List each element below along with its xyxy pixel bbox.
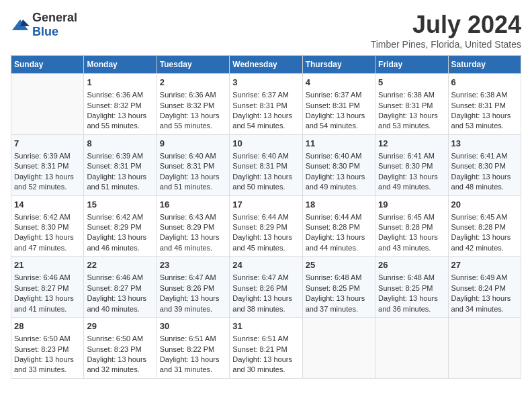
calendar-cell: 20Sunrise: 6:45 AMSunset: 8:28 PMDayligh… — [448, 195, 521, 257]
calendar-cell: 27Sunrise: 6:49 AMSunset: 8:24 PMDayligh… — [448, 257, 521, 318]
sunrise: Sunrise: 6:44 AM — [232, 213, 289, 221]
daylight: Daylight: 13 hours and 33 minutes. — [14, 355, 74, 373]
day-number: 26 — [378, 259, 445, 271]
calendar-cell — [11, 74, 84, 135]
header-day-friday: Friday — [375, 56, 448, 74]
sunset: Sunset: 8:24 PM — [451, 284, 506, 292]
calendar-cell: 31Sunrise: 6:51 AMSunset: 8:21 PMDayligh… — [230, 318, 302, 379]
daylight: Daylight: 13 hours and 41 minutes. — [14, 294, 74, 312]
sunset: Sunset: 8:28 PM — [451, 223, 506, 231]
daylight: Daylight: 13 hours and 55 minutes. — [160, 111, 220, 130]
daylight: Daylight: 13 hours and 48 minutes. — [451, 173, 511, 191]
svg-marker-1 — [20, 19, 30, 26]
day-number: 9 — [160, 138, 226, 150]
daylight: Daylight: 13 hours and 49 minutes. — [378, 173, 438, 191]
sunset: Sunset: 8:25 PM — [306, 284, 360, 292]
sunset: Sunset: 8:31 PM — [378, 101, 433, 109]
calendar-cell: 26Sunrise: 6:48 AMSunset: 8:25 PMDayligh… — [375, 257, 448, 318]
day-number: 18 — [306, 199, 372, 211]
day-number: 1 — [87, 77, 153, 89]
daylight: Daylight: 13 hours and 54 minutes. — [232, 111, 292, 130]
calendar-cell: 19Sunrise: 6:45 AMSunset: 8:28 PMDayligh… — [375, 195, 448, 257]
day-number: 15 — [87, 199, 153, 211]
calendar-cell: 3Sunrise: 6:37 AMSunset: 8:31 PMDaylight… — [230, 74, 302, 135]
header-day-monday: Monday — [84, 56, 157, 74]
main-title: July 2024 — [371, 11, 521, 39]
sunset: Sunset: 8:27 PM — [14, 284, 69, 292]
sunrise: Sunrise: 6:46 AM — [87, 273, 143, 281]
calendar-cell: 9Sunrise: 6:40 AMSunset: 8:31 PMDaylight… — [157, 134, 229, 195]
calendar-cell: 30Sunrise: 6:51 AMSunset: 8:22 PMDayligh… — [157, 318, 229, 379]
daylight: Daylight: 13 hours and 52 minutes. — [14, 173, 74, 191]
sunset: Sunset: 8:28 PM — [306, 223, 360, 231]
calendar-cell: 25Sunrise: 6:48 AMSunset: 8:25 PMDayligh… — [302, 257, 375, 318]
sunrise: Sunrise: 6:36 AM — [160, 91, 216, 99]
sunset: Sunset: 8:29 PM — [232, 223, 287, 231]
logo-text: General Blue — [32, 11, 77, 39]
calendar-cell: 24Sunrise: 6:47 AMSunset: 8:26 PMDayligh… — [230, 257, 302, 318]
calendar-cell: 18Sunrise: 6:44 AMSunset: 8:28 PMDayligh… — [302, 195, 375, 257]
sunset: Sunset: 8:31 PM — [14, 162, 69, 170]
sunset: Sunset: 8:21 PM — [232, 345, 287, 353]
sunrise: Sunrise: 6:51 AM — [160, 334, 216, 342]
calendar-cell — [302, 318, 375, 379]
sunset: Sunset: 8:29 PM — [160, 223, 214, 231]
sunrise: Sunrise: 6:38 AM — [451, 91, 508, 99]
daylight: Daylight: 13 hours and 38 minutes. — [232, 294, 292, 312]
daylight: Daylight: 13 hours and 53 minutes. — [378, 111, 438, 130]
sunrise: Sunrise: 6:37 AM — [306, 91, 362, 99]
daylight: Daylight: 13 hours and 47 minutes. — [14, 233, 74, 251]
sunset: Sunset: 8:31 PM — [160, 162, 214, 170]
daylight: Daylight: 13 hours and 46 minutes. — [87, 233, 146, 251]
day-number: 5 — [378, 77, 445, 89]
day-number: 8 — [87, 138, 153, 150]
daylight: Daylight: 13 hours and 32 minutes. — [87, 355, 146, 373]
day-number: 3 — [232, 77, 299, 89]
day-number: 24 — [232, 259, 299, 271]
sunset: Sunset: 8:26 PM — [232, 284, 287, 292]
daylight: Daylight: 13 hours and 36 minutes. — [378, 294, 438, 312]
sunrise: Sunrise: 6:38 AM — [378, 91, 435, 99]
day-number: 21 — [14, 259, 81, 271]
daylight: Daylight: 13 hours and 40 minutes. — [87, 294, 146, 312]
sunset: Sunset: 8:32 PM — [87, 101, 141, 109]
sunset: Sunset: 8:29 PM — [87, 223, 141, 231]
day-number: 6 — [451, 77, 518, 89]
sunset: Sunset: 8:32 PM — [160, 101, 214, 109]
day-number: 25 — [306, 259, 372, 271]
day-number: 10 — [232, 138, 299, 150]
sunrise: Sunrise: 6:45 AM — [451, 213, 508, 221]
sunrise: Sunrise: 6:40 AM — [232, 152, 289, 160]
sunset: Sunset: 8:30 PM — [306, 162, 360, 170]
sunrise: Sunrise: 6:51 AM — [232, 334, 289, 342]
calendar-cell: 15Sunrise: 6:42 AMSunset: 8:29 PMDayligh… — [84, 195, 157, 257]
sunrise: Sunrise: 6:39 AM — [14, 152, 71, 160]
daylight: Daylight: 13 hours and 39 minutes. — [160, 294, 220, 312]
calendar-cell: 21Sunrise: 6:46 AMSunset: 8:27 PMDayligh… — [11, 257, 84, 318]
day-number: 14 — [14, 199, 81, 211]
header-day-saturday: Saturday — [448, 56, 521, 74]
sunset: Sunset: 8:31 PM — [87, 162, 141, 170]
header-day-thursday: Thursday — [302, 56, 375, 74]
daylight: Daylight: 13 hours and 49 minutes. — [306, 173, 365, 191]
day-number: 2 — [160, 77, 226, 89]
sunrise: Sunrise: 6:43 AM — [160, 213, 216, 221]
daylight: Daylight: 13 hours and 46 minutes. — [160, 233, 220, 251]
calendar-cell: 22Sunrise: 6:46 AMSunset: 8:27 PMDayligh… — [84, 257, 157, 318]
day-number: 16 — [160, 199, 226, 211]
sunset: Sunset: 8:23 PM — [87, 345, 141, 353]
day-number: 11 — [306, 138, 372, 150]
sunset: Sunset: 8:28 PM — [378, 223, 433, 231]
logo-icon — [11, 18, 30, 32]
sunrise: Sunrise: 6:47 AM — [232, 273, 289, 281]
day-number: 27 — [451, 259, 518, 271]
sunrise: Sunrise: 6:45 AM — [378, 213, 435, 221]
calendar-cell: 2Sunrise: 6:36 AMSunset: 8:32 PMDaylight… — [157, 74, 229, 135]
logo-blue: Blue — [32, 25, 58, 38]
sunrise: Sunrise: 6:41 AM — [451, 152, 508, 160]
week-row-2: 7Sunrise: 6:39 AMSunset: 8:31 PMDaylight… — [11, 134, 521, 195]
calendar-cell: 29Sunrise: 6:50 AMSunset: 8:23 PMDayligh… — [84, 318, 157, 379]
daylight: Daylight: 13 hours and 50 minutes. — [232, 173, 292, 191]
day-number: 22 — [87, 259, 153, 271]
calendar-cell: 7Sunrise: 6:39 AMSunset: 8:31 PMDaylight… — [11, 134, 84, 195]
